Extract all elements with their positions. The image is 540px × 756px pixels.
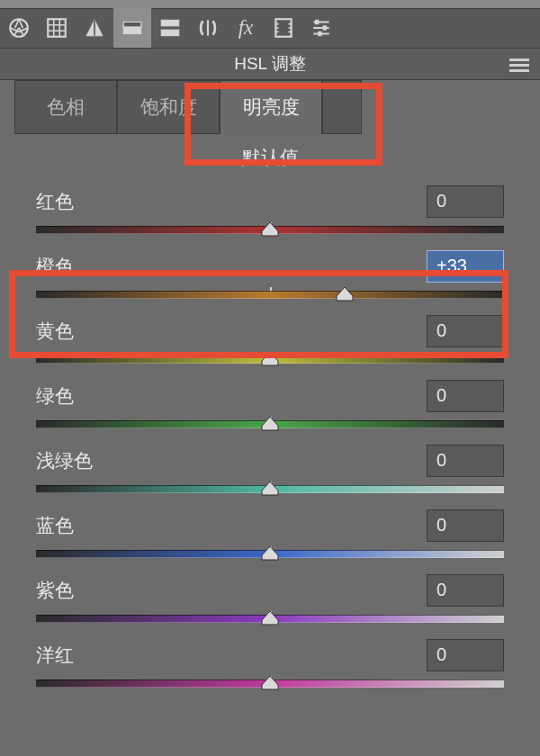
tabs: 色相饱和度明亮度: [14, 80, 526, 134]
svg-marker-15: [262, 417, 278, 430]
center-tick: [270, 287, 272, 291]
mirror-icon[interactable]: [189, 8, 227, 48]
grid-icon[interactable]: [38, 8, 76, 48]
value-input[interactable]: 0: [427, 574, 504, 607]
slider-red: 红色0: [36, 183, 504, 240]
menu-icon[interactable]: [509, 56, 529, 75]
filmstrip-icon[interactable]: [265, 8, 302, 48]
slider-label: 橙色: [36, 254, 74, 279]
svg-marker-17: [262, 546, 278, 560]
svg-marker-16: [262, 482, 278, 495]
svg-rect-6: [161, 30, 179, 35]
slider-label: 蓝色: [36, 513, 74, 538]
slider-label: 绿色: [36, 383, 74, 409]
slider-yellow: 黄色0: [36, 312, 504, 370]
slider-track[interactable]: [36, 674, 504, 694]
slider-knob[interactable]: [335, 285, 355, 302]
slider-magenta: 洋红0: [36, 636, 504, 694]
slider-knob[interactable]: [260, 674, 280, 690]
svg-rect-9: [316, 21, 319, 24]
sliders-area: 红色0橙色+33黄色0绿色0浅绿色0蓝色0紫色0洋红0: [14, 176, 526, 694]
tab-saturation[interactable]: 饱和度: [117, 80, 220, 134]
svg-rect-10: [323, 26, 326, 30]
sliders-icon[interactable]: [302, 8, 340, 48]
svg-marker-18: [262, 611, 278, 625]
slider-knob[interactable]: [260, 480, 280, 496]
svg-rect-5: [161, 21, 179, 26]
slider-purple: 紫色0: [36, 572, 504, 629]
split-horizontal-icon[interactable]: [151, 8, 189, 48]
value-input[interactable]: 0: [427, 639, 504, 671]
slider-label: 紫色: [36, 578, 74, 603]
value-input[interactable]: 0: [427, 380, 504, 412]
triangle-icon[interactable]: [76, 8, 113, 48]
slider-track[interactable]: [36, 220, 504, 240]
slider-label: 红色: [36, 189, 74, 214]
slider-aqua: 浅绿色0: [36, 442, 504, 500]
slider-blue: 蓝色0: [36, 507, 504, 564]
slider-orange: 橙色+33: [36, 248, 504, 305]
slider-track[interactable]: [36, 609, 504, 629]
svg-rect-4: [123, 22, 141, 27]
value-input[interactable]: +33: [427, 250, 504, 283]
tool-row: fx: [0, 9, 540, 49]
value-input[interactable]: 0: [427, 315, 504, 347]
svg-marker-12: [262, 222, 278, 236]
value-input[interactable]: 0: [427, 185, 504, 218]
svg-rect-1: [48, 20, 66, 38]
slider-knob[interactable]: [260, 544, 280, 561]
main-panel: 色相饱和度明亮度 默认值 红色0橙色+33黄色0绿色0浅绿色0蓝色0紫色0洋红0: [14, 80, 526, 756]
panel-title-row: HSL 调整: [0, 49, 540, 80]
slider-green: 绿色0: [36, 377, 504, 435]
defaults-button[interactable]: 默认值: [14, 140, 526, 176]
value-input[interactable]: 0: [427, 509, 504, 542]
slider-track[interactable]: [36, 285, 504, 305]
svg-rect-11: [319, 32, 321, 36]
tab-luminance[interactable]: 明亮度: [220, 80, 322, 134]
panel-title: HSL 调整: [234, 52, 306, 76]
slider-label: 洋红: [36, 643, 74, 668]
slider-track[interactable]: [36, 544, 504, 564]
aperture-icon[interactable]: [0, 8, 38, 48]
slider-knob[interactable]: [260, 415, 280, 431]
gradient-icon[interactable]: [113, 8, 151, 48]
slider-label: 黄色: [36, 319, 74, 344]
tab-hue[interactable]: 色相: [14, 80, 117, 134]
slider-label: 浅绿色: [36, 448, 93, 473]
slider-knob[interactable]: [260, 220, 280, 237]
value-input[interactable]: 0: [427, 445, 504, 477]
fx-icon[interactable]: fx: [227, 8, 265, 48]
slider-track[interactable]: [36, 415, 504, 435]
slider-knob[interactable]: [260, 609, 280, 626]
slider-track[interactable]: [36, 350, 504, 370]
slider-track[interactable]: [36, 480, 504, 500]
svg-marker-13: [337, 287, 353, 301]
svg-marker-14: [262, 352, 278, 365]
tab-extra[interactable]: [322, 80, 362, 134]
svg-marker-19: [262, 676, 278, 689]
slider-knob[interactable]: [260, 350, 280, 366]
